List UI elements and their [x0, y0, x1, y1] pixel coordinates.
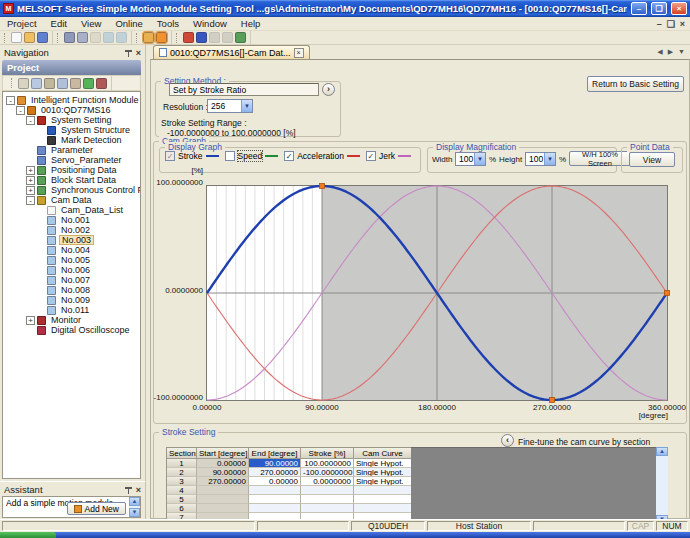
cell-r2-c1[interactable]: 90.00000 [197, 468, 249, 477]
tab-cam-data[interactable]: 0010:QD77MS16[]-Cam Dat... × [153, 45, 310, 59]
cell-r3-c4[interactable]: Single Hypot. [354, 477, 411, 486]
table-row[interactable]: 3270.000000.000000.0000000Single Hypot. [167, 477, 411, 486]
menu-view[interactable]: View [74, 18, 108, 29]
cell-r6-c4[interactable] [354, 504, 411, 513]
collapse-icon[interactable]: - [26, 116, 35, 125]
restore-button[interactable]: ❑ [651, 2, 667, 15]
return-to-basic-setting-button[interactable]: Return to Basic Setting [587, 76, 684, 92]
scroll-down-icon[interactable]: ▼ [129, 508, 140, 517]
tree-item-system-structure[interactable]: System Structure [3, 125, 140, 135]
module-tool-icon[interactable] [96, 78, 107, 89]
width-select[interactable]: 100 ▼ [455, 152, 486, 166]
cell-r5-c1[interactable] [197, 495, 249, 504]
connection-test-icon[interactable] [235, 32, 246, 43]
tree-item-no-011[interactable]: No.011 [3, 305, 140, 315]
cell-r5-c0[interactable]: 5 [167, 495, 197, 504]
refresh-view-icon[interactable] [83, 78, 94, 89]
new-icon[interactable] [11, 32, 22, 43]
height-select[interactable]: 100 ▼ [525, 152, 556, 166]
tree-item-no-008[interactable]: No.008 [3, 285, 140, 295]
scroll-up-icon[interactable]: ▲ [129, 497, 140, 506]
tree-item-parameter[interactable]: Parameter [3, 145, 140, 155]
monitor-toggle-icon[interactable] [222, 32, 233, 43]
mdi-restore-icon[interactable]: ❑ [667, 19, 675, 29]
close-panel-icon[interactable]: × [136, 486, 141, 494]
cell-r4-c3[interactable] [301, 486, 354, 495]
write-to-module-icon[interactable] [183, 32, 194, 43]
table-row[interactable]: 290.00000270.00000-100.0000000Single Hyp… [167, 468, 411, 477]
cell-r2-c2[interactable]: 270.00000 [249, 468, 301, 477]
close-button[interactable]: × [671, 2, 687, 15]
expand-icon[interactable]: + [26, 166, 35, 175]
cell-r1-c4[interactable]: Single Hypot. [354, 459, 411, 468]
redo-icon[interactable] [116, 32, 127, 43]
close-panel-icon[interactable]: × [136, 49, 141, 57]
stroke-setting-table[interactable]: SectionStart [degree]End [degree]Stroke … [166, 447, 411, 524]
table-row[interactable]: 10.0000090.00000100.0000000Single Hypot. [167, 459, 411, 468]
cell-r3-c1[interactable]: 270.00000 [197, 477, 249, 486]
tab-list-icon[interactable]: ▼ [678, 48, 685, 56]
tree-item-no-005[interactable]: No.005 [3, 255, 140, 265]
cell-r4-c4[interactable] [354, 486, 411, 495]
cell-r4-c1[interactable] [197, 486, 249, 495]
tree-item-positioning-data[interactable]: +Positioning Data [3, 165, 140, 175]
table-row[interactable]: 6 [167, 504, 411, 513]
menu-project[interactable]: Project [0, 18, 44, 29]
fine-tune-button[interactable]: ‹ [501, 434, 514, 447]
tree-item-system-setting[interactable]: -System Setting [3, 115, 140, 125]
cut-icon[interactable] [64, 32, 75, 43]
cell-r1-c0[interactable]: 1 [167, 459, 197, 468]
delete-data-icon[interactable] [70, 78, 81, 89]
tree-item-synchronous-control-parameter[interactable]: +Synchronous Control Parameter [3, 185, 140, 195]
paste-icon[interactable] [90, 32, 101, 43]
tab-scroll-right-icon[interactable]: ▶ [668, 48, 673, 56]
cell-r1-c2[interactable]: 90.00000 [249, 459, 301, 468]
collapse-icon[interactable]: - [6, 96, 15, 105]
cell-r6-c0[interactable]: 6 [167, 504, 197, 513]
assistant-scrollbar[interactable]: ▲ ▼ [129, 497, 140, 517]
cell-r2-c4[interactable]: Single Hypot. [354, 468, 411, 477]
cell-r3-c2[interactable]: 0.00000 [249, 477, 301, 486]
cell-r1-c3[interactable]: 100.0000000 [301, 459, 354, 468]
save-icon[interactable] [37, 32, 48, 43]
scroll-up-icon[interactable]: ▲ [656, 447, 668, 456]
jerk-checkbox[interactable]: ✓ [366, 151, 376, 161]
expand-icon[interactable]: + [26, 186, 35, 195]
chevron-down-icon[interactable]: ▼ [241, 100, 252, 112]
menu-help[interactable]: Help [234, 18, 268, 29]
tree-item-mark-detection[interactable]: Mark Detection [3, 135, 140, 145]
resolution-select[interactable]: 256 ▼ [207, 99, 253, 113]
tree-item-cam-data[interactable]: -Cam Data [3, 195, 140, 205]
open-icon[interactable] [24, 32, 35, 43]
tree-item-no-001[interactable]: No.001 [3, 215, 140, 225]
module-configuration-icon[interactable] [143, 32, 154, 43]
menu-tools[interactable]: Tools [150, 18, 186, 29]
tree-item-servo-parameter[interactable]: Servo_Parameter [3, 155, 140, 165]
cell-r6-c2[interactable] [249, 504, 301, 513]
mdi-minimize-icon[interactable]: – [657, 19, 662, 29]
collapse-icon[interactable]: - [26, 196, 35, 205]
pin-icon[interactable] [125, 49, 132, 57]
table-scrollbar[interactable]: ▲ ▼ [656, 447, 668, 524]
tree-item-monitor[interactable]: +Monitor [3, 315, 140, 325]
add-new-button[interactable]: Add New [67, 502, 127, 515]
stroke-checkbox[interactable]: ✓ [165, 151, 175, 161]
minimize-button[interactable]: – [631, 2, 647, 15]
paste-data-icon[interactable] [44, 78, 55, 89]
point-data-view-button[interactable]: View [629, 152, 675, 167]
chevron-down-icon[interactable]: ▼ [474, 153, 485, 165]
cam-graph-plot[interactable] [206, 185, 668, 401]
verify-with-module-icon[interactable] [209, 32, 220, 43]
assistant-toggle-icon[interactable] [156, 32, 167, 43]
undo-icon[interactable] [103, 32, 114, 43]
tree-item-intelligent-function-module[interactable]: -Intelligent Function Module [3, 95, 140, 105]
cell-r5-c4[interactable] [354, 495, 411, 504]
cell-r5-c2[interactable] [249, 495, 301, 504]
tree-item-block-start-data[interactable]: +Block Start Data [3, 175, 140, 185]
cell-r6-c1[interactable] [197, 504, 249, 513]
chevron-down-icon[interactable]: ▼ [544, 153, 555, 165]
acceleration-checkbox[interactable]: ✓ [284, 151, 294, 161]
copy-icon[interactable] [77, 32, 88, 43]
tree-item-no-003[interactable]: No.003 [3, 235, 140, 245]
cell-r1-c1[interactable]: 0.00000 [197, 459, 249, 468]
